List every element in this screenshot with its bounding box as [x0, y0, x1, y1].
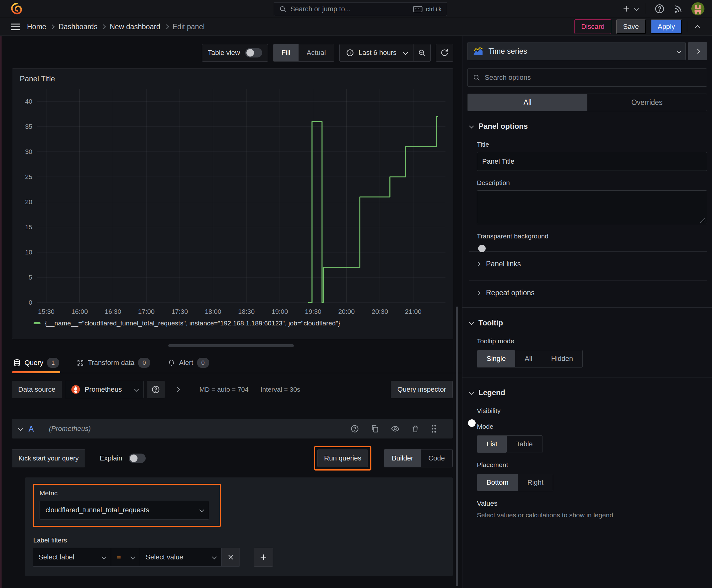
builder-option[interactable]: Builder: [384, 449, 421, 467]
remove-filter-button[interactable]: [222, 548, 240, 567]
tab-alert[interactable]: Alert 0: [166, 353, 210, 373]
tab-overrides[interactable]: Overrides: [587, 94, 707, 111]
metric-select[interactable]: cloudflared_tunnel_total_requests: [40, 501, 209, 520]
svg-text:19:30: 19:30: [305, 308, 322, 315]
table-view-label: Table view: [208, 49, 240, 57]
apply-button[interactable]: Apply: [651, 19, 682, 34]
tab-query[interactable]: Query 1: [12, 353, 60, 373]
legend-placement-bottom[interactable]: Bottom: [477, 474, 518, 491]
breadcrumb-home[interactable]: Home: [27, 23, 46, 31]
resize-corner-icon[interactable]: [700, 218, 706, 223]
hide-query-button[interactable]: [390, 424, 400, 433]
toggle-options-pane-button[interactable]: [688, 42, 707, 60]
chevron-down-icon: [634, 6, 639, 11]
query-ref-id[interactable]: A: [28, 424, 34, 434]
bell-icon: [168, 359, 175, 367]
panel-edit-pane: Table view Fill Actual Last 6 hours: [0, 36, 462, 588]
breadcrumb-new-dashboard[interactable]: New dashboard: [110, 23, 160, 31]
legend-mode-table[interactable]: Table: [507, 436, 542, 453]
add-new-button[interactable]: [622, 5, 638, 13]
left-pane-scrollbar[interactable]: [456, 307, 458, 586]
chevron-right-icon: [50, 24, 55, 29]
operator-dropdown[interactable]: =: [111, 548, 140, 567]
fill-option[interactable]: Fill: [274, 44, 299, 61]
panel-title-input[interactable]: [477, 152, 707, 171]
metric-highlight: Metric cloudflared_tunnel_total_requests: [33, 484, 221, 527]
refresh-icon: [440, 48, 449, 57]
legend-placement-right[interactable]: Right: [518, 474, 553, 491]
actual-option[interactable]: Actual: [299, 44, 334, 61]
table-view-toggle[interactable]: [245, 48, 262, 58]
description-textarea[interactable]: [477, 190, 707, 224]
tab-all[interactable]: All: [468, 94, 587, 111]
svg-text:35: 35: [25, 123, 33, 130]
query-inspector-button[interactable]: Query inspector: [391, 381, 453, 398]
grafana-logo-icon[interactable]: [10, 2, 24, 16]
duplicate-query-button[interactable]: [370, 424, 379, 433]
user-avatar[interactable]: [691, 2, 705, 15]
svg-text:5: 5: [28, 274, 33, 281]
divider: [646, 3, 646, 14]
options-search-input[interactable]: [485, 74, 702, 82]
tooltip-mode-single[interactable]: Single: [477, 350, 515, 367]
run-queries-button[interactable]: Run queries: [317, 449, 368, 467]
news-rss-icon[interactable]: [673, 4, 683, 14]
repeat-options-section[interactable]: Repeat options: [462, 280, 712, 298]
explain-toggle[interactable]: [129, 454, 146, 463]
max-data-points: MD = auto = 704: [199, 386, 248, 393]
kickstart-query-button[interactable]: Kick start your query: [12, 449, 85, 467]
breadcrumb-bar: Home Dashboards New dashboard Edit panel…: [0, 18, 712, 36]
datasource-picker[interactable]: Prometheus: [65, 381, 144, 398]
legend-header[interactable]: Legend: [462, 378, 712, 399]
collapse-query-icon[interactable]: [18, 426, 23, 431]
add-filter-button[interactable]: [254, 548, 273, 567]
legend-mode-segmented: List Table: [477, 435, 542, 453]
chevron-down-icon: [199, 507, 204, 512]
drag-handle-icon[interactable]: [431, 424, 437, 433]
metric-label: Metric: [40, 489, 214, 497]
zoom-out-icon: [418, 49, 426, 57]
collapse-header-icon[interactable]: [695, 25, 700, 30]
plus-icon: [622, 5, 630, 13]
legend-series-label[interactable]: {__name__="cloudflared_tunnel_total_requ…: [45, 319, 340, 327]
explain-label: Explain: [100, 454, 122, 462]
select-label-dropdown[interactable]: Select label: [33, 548, 111, 567]
chevron-down-icon: [102, 554, 106, 560]
query-options-expand-icon[interactable]: [175, 387, 180, 392]
help-icon[interactable]: [654, 3, 665, 14]
resize-drag-handle[interactable]: [168, 344, 294, 347]
copy-icon: [370, 424, 379, 433]
timeseries-svg[interactable]: 051015202530354015:3016:0016:3017:0017:3…: [17, 85, 448, 318]
breadcrumb-dashboards[interactable]: Dashboards: [58, 23, 97, 31]
eye-icon: [390, 424, 400, 433]
select-value-dropdown[interactable]: Select value: [140, 548, 222, 567]
delete-query-button[interactable]: [411, 424, 419, 433]
tooltip-mode-hidden[interactable]: Hidden: [542, 350, 583, 367]
save-button[interactable]: Save: [616, 19, 646, 34]
discard-button[interactable]: Discard: [575, 19, 611, 34]
tooltip-mode-all[interactable]: All: [515, 350, 542, 367]
query-help-button[interactable]: [350, 424, 359, 433]
legend-swatch[interactable]: [34, 322, 41, 324]
visualization-picker[interactable]: Time series: [468, 42, 686, 60]
panel-links-section[interactable]: Panel links: [462, 252, 712, 269]
time-range-picker[interactable]: Last 6 hours: [340, 49, 413, 57]
tooltip-mode-segmented: Single All Hidden: [477, 350, 583, 368]
query-options-summary[interactable]: MD = auto = 704 Interval = 30s: [199, 386, 300, 393]
tooltip-header[interactable]: Tooltip: [462, 308, 712, 329]
search-icon: [473, 74, 480, 81]
code-option[interactable]: Code: [421, 449, 452, 467]
options-search[interactable]: [468, 68, 707, 87]
datasource-help-button[interactable]: [147, 381, 165, 398]
tab-transform-data[interactable]: Transform data 0: [75, 353, 151, 373]
chevron-right-icon: [101, 24, 106, 29]
chart-legend: {__name__="cloudflared_tunnel_total_requ…: [34, 319, 449, 327]
global-search-input[interactable]: Search or jump to... ctrl+k: [274, 2, 447, 16]
query-row-header[interactable]: A (Prometheus): [12, 419, 453, 439]
refresh-button[interactable]: [436, 44, 453, 61]
zoom-out-button[interactable]: [413, 44, 430, 61]
menu-toggle-icon[interactable]: [11, 24, 20, 30]
panel-options-header[interactable]: Panel options: [462, 111, 712, 132]
legend-mode-list[interactable]: List: [477, 436, 507, 453]
chevron-down-icon: [469, 123, 474, 128]
